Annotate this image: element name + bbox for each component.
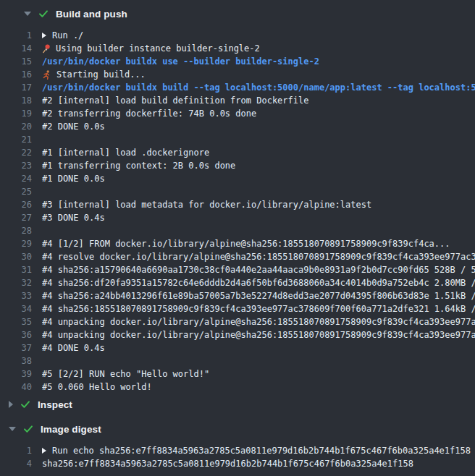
line-number[interactable]: 28 [0,224,32,237]
line-number[interactable]: 4 [0,457,32,470]
chevron-right-icon [9,401,13,408]
line-number[interactable]: 21 [0,133,32,146]
log-text: Starting build... [42,68,146,81]
section-header-build-and-push[interactable]: Build and push [0,3,475,25]
line-number[interactable]: 20 [0,120,32,133]
log-text: #3 DONE 0.4s [42,211,105,224]
log-text: #5 0.060 Hello world! [42,381,152,394]
section-header-inspect[interactable]: Inspect [0,394,475,415]
log-line: 15/usr/bin/docker buildx use --builder b… [0,55,475,68]
log-text-content: #4 unpacking docker.io/library/alpine@sh… [42,328,475,341]
log-text: /usr/bin/docker buildx build --tag local… [42,81,475,94]
log-text-content: /usr/bin/docker buildx use --builder bui… [42,55,319,68]
log-line: 27#3 DONE 0.4s [0,211,475,224]
line-number[interactable]: 27 [0,211,32,224]
log-line: 33#4 sha256:a24bb4013296f61e89ba57005a7b… [0,289,475,302]
log-text-content: #4 sha256:df20fa9351a15782c64e6dddb2d4a6… [42,276,475,289]
log-line: 35#4 unpacking docker.io/library/alpine@… [0,315,475,328]
log-line: 16Starting build... [0,68,475,81]
log-text: #4 sha256:a15790640a6690aa1730c38cf0a440… [42,263,475,276]
log-text: Using builder instance builder-single-2 [42,42,260,55]
log-text: #1 DONE 0.0s [42,172,105,185]
log-text-content: #2 transferring dockerfile: 74B 0.0s don… [42,107,256,120]
log-group-toggle[interactable]: Run ./ [42,29,83,42]
expand-triangle-icon [42,33,46,38]
line-number[interactable]: 35 [0,315,32,328]
line-number[interactable]: 16 [0,68,32,81]
line-number[interactable]: 31 [0,263,32,276]
line-number[interactable]: 15 [0,55,32,68]
log-line: 20#2 DONE 0.0s [0,120,475,133]
log-line: 34#4 sha256:185518070891758909c9f839cf4c… [0,302,475,315]
log-text-content: #4 resolve docker.io/library/alpine@sha2… [42,250,475,263]
line-number[interactable]: 40 [0,381,32,394]
log-line: 29#4 [1/2] FROM docker.io/library/alpine… [0,237,475,250]
log-text: #5 [2/2] RUN echo "Hello world!" [42,367,209,381]
line-number[interactable]: 22 [0,146,32,159]
line-number[interactable]: 26 [0,198,32,211]
log-line: 14Using builder instance builder-single-… [0,42,475,55]
log-text: sha256:e7ff8834a5963a2785c5a0811e979d16b… [42,457,413,470]
line-number[interactable]: 36 [0,328,32,341]
log-text: #4 sha256:a24bb4013296f61e89ba57005a7b3e… [42,289,475,302]
line-number[interactable]: 38 [0,354,32,367]
line-number[interactable]: 34 [0,302,32,315]
line-number[interactable]: 33 [0,289,32,302]
log-line: 39#5 [2/2] RUN echo "Hello world!" [0,367,475,381]
log-line: 17/usr/bin/docker buildx build --tag loc… [0,81,475,94]
line-number[interactable]: 24 [0,172,32,185]
log-text-content: #4 DONE 0.4s [42,341,105,354]
success-check-icon [20,399,30,409]
line-number[interactable]: 17 [0,81,32,94]
log-text-content: #5 0.060 Hello world! [42,381,152,394]
log-text: #4 unpacking docker.io/library/alpine@sh… [42,315,475,328]
line-number[interactable]: 29 [0,237,32,250]
log-line: 28 [0,224,475,237]
line-number[interactable]: 18 [0,94,32,107]
line-number[interactable]: 25 [0,185,32,198]
log-text-content: Run echo sha256:e7ff8834a5963a2785c5a081… [52,444,471,457]
log-line: 36#4 unpacking docker.io/library/alpine@… [0,328,475,341]
expand-triangle-icon [42,448,46,454]
log-line: 24#1 DONE 0.0s [0,172,475,185]
log-text-content: #5 [2/2] RUN echo "Hello world!" [42,367,209,381]
log-line: 37#4 DONE 0.4s [0,341,475,354]
log-text-content: #2 [internal] load build definition from… [42,94,308,107]
chevron-down-icon [24,12,31,16]
log-text: #1 [internal] load .dockerignore [42,146,209,159]
log-line: 22#1 [internal] load .dockerignore [0,146,475,159]
line-number[interactable]: 19 [0,107,32,120]
line-number[interactable]: 32 [0,276,32,289]
log-line: 1Run echo sha256:e7ff8834a5963a2785c5a08… [0,444,475,457]
chevron-down-icon [9,427,16,431]
line-number[interactable]: 39 [0,367,32,381]
section-title: Inspect [38,399,72,410]
line-number[interactable]: 30 [0,250,32,263]
log-text: #3 [internal] load metadata for docker.i… [42,198,371,211]
actions-log-viewer: Build and push1Run ./14Using builder ins… [0,3,475,470]
line-number[interactable]: 1 [0,444,32,457]
log-text-content: #3 [internal] load metadata for docker.i… [42,198,371,211]
log-text-content: Run ./ [52,29,83,42]
log-text-content: #4 sha256:a15790640a6690aa1730c38cf0a440… [42,263,475,276]
log-line: 19#2 transferring dockerfile: 74B 0.0s d… [0,107,475,120]
log-text-content: #4 sha256:185518070891758909c9f839cf4ca3… [42,302,475,315]
log-line: 31#4 sha256:a15790640a6690aa1730c38cf0a4… [0,263,475,276]
success-check-icon [38,9,49,19]
log-text-content: #2 DONE 0.0s [42,120,105,133]
log-text-content: #1 transferring context: 2B 0.0s done [42,159,235,172]
log-text: #4 [1/2] FROM docker.io/library/alpine@s… [42,237,450,250]
log-text-content: sha256:e7ff8834a5963a2785c5a0811e979d16b… [42,457,413,470]
log-line: 38 [0,354,475,367]
log-line: 30#4 resolve docker.io/library/alpine@sh… [0,250,475,263]
log-line: 21 [0,133,475,146]
log-group-toggle[interactable]: Run echo sha256:e7ff8834a5963a2785c5a081… [42,444,471,457]
log-line: 26#3 [internal] load metadata for docker… [0,198,475,211]
line-number[interactable]: 1 [0,29,32,42]
section-header-image-digest[interactable]: Image digest [0,418,475,440]
line-number[interactable]: 23 [0,159,32,172]
line-number[interactable]: 37 [0,341,32,354]
log-line: 40#5 0.060 Hello world! [0,381,475,394]
line-number[interactable]: 14 [0,42,32,55]
log-line: 23#1 transferring context: 2B 0.0s done [0,159,475,172]
